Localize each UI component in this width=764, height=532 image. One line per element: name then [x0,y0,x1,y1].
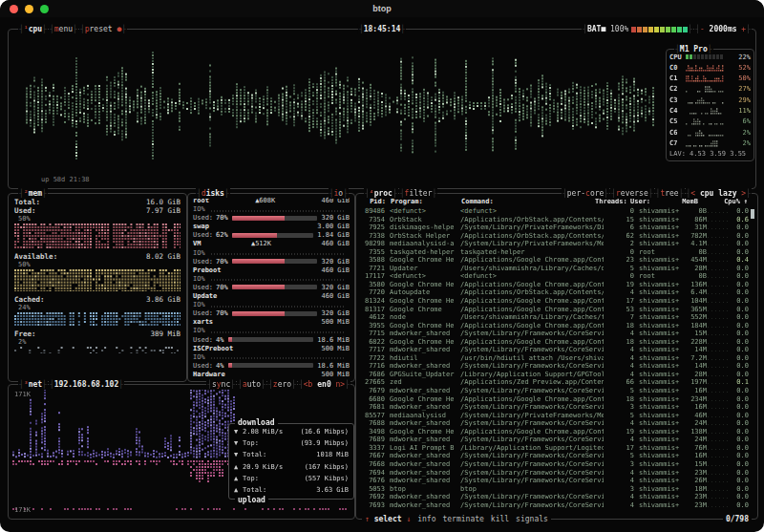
prev-interface-button[interactable]: <b [304,379,313,390]
process-row[interactable]: 7721Updater/Users/shivammishra/Library/C… [359,265,749,273]
tab-proc[interactable]: ⁴proc [364,188,398,199]
process-row[interactable]: 4612node/Users/shivammishra/Library/Cach… [359,313,749,322]
process-row[interactable]: 7354OrbStack/Applications/OrbStack.app/C… [359,216,749,224]
tab-disks[interactable]: disks [196,188,230,199]
process-mem: 138M [681,428,707,436]
process-row[interactable]: 7715mdworker_shared/System/Library/Frame… [359,330,749,338]
process-row[interactable]: 6680Google Chrome He/Applications/Google… [359,395,749,404]
tree-toggle[interactable]: tree [655,188,685,199]
net-sync-toggle[interactable]: sync [206,379,236,390]
process-row[interactable]: 7722hdiutil/usr/bin/hdiutil attach /User… [359,354,749,363]
process-row[interactable]: 6822Google Chrome He/Applications/Google… [359,338,749,347]
process-row[interactable]: 7720Autoupdate/Applications/OrbStack.app… [359,288,749,297]
tab-mem[interactable]: ²mem [18,188,48,199]
sort-next-button[interactable]: > [741,188,746,199]
tab-net[interactable]: ³net [18,379,48,390]
header-program[interactable]: Program: [386,198,457,205]
cpu-meter-block [686,54,689,59]
process-row[interactable]: 7668mdworker_shared/System/Library/Frame… [359,460,749,469]
signals-button[interactable]: signals [516,515,548,523]
process-user: shivammis+ [634,207,681,216]
process-row[interactable]: 3955Google Chrome He/Applications/Google… [359,322,749,330]
close-button[interactable] [10,5,18,13]
select-button[interactable]: select [374,515,402,523]
process-row[interactable]: 7688mdworker_shared/System/Library/Frame… [359,419,749,428]
sort-prev-button[interactable]: < [690,188,695,199]
net-interface-switcher[interactable]: <b en0 n> [298,379,350,390]
disk-row[interactable]: Update460 GiB [193,292,350,300]
menu-button[interactable]: menu [49,24,78,34]
process-row[interactable]: 7355taskgated-helpertaskgated-helper0roo… [359,248,749,257]
process-command: /Applications/Google Chrome.app/Cont [456,338,604,347]
disk-row[interactable]: VM▲512K460 GiB [193,240,350,247]
terminate-button[interactable]: terminate [442,515,483,523]
process-row[interactable]: 7692mdworker_shared/System/Library/Frame… [359,493,749,501]
per-core-toggle[interactable]: per-core [562,188,609,199]
cpu-usage-graph [26,49,656,161]
process-row[interactable]: 5053btopbtop3shivammis+18M·······0.0 [359,485,749,494]
net-auto-toggle[interactable]: auto [237,379,266,390]
reverse-toggle[interactable]: reverse [610,188,653,199]
process-threads: 4 [604,288,634,297]
process-threads: 3 [604,460,634,469]
process-row[interactable]: 7693mdworker_shared/System/Library/Frame… [359,501,749,510]
tab-cpu[interactable]: ¹cpu [18,24,48,34]
kill-button[interactable]: kill [491,515,509,523]
process-row[interactable]: 89486<defunct><defunct>0shivammis+0B····… [359,207,749,216]
process-row[interactable]: 3588Google Chrome He/Applications/Google… [359,256,749,265]
process-row[interactable]: 7689mdworker_shared/System/Library/Frame… [359,436,749,444]
disk-row[interactable]: ISCPreboot500 MiB [193,345,350,352]
process-mem: 15M [681,330,707,338]
preset-button[interactable]: preset ● [79,24,127,34]
header-pid[interactable]: Pid: [360,198,386,205]
select-down-icon[interactable]: ↓ [406,515,411,523]
process-row[interactable]: 7338OrbStack Helper/Applications/OrbStac… [359,232,749,241]
process-user: shivammis+ [634,306,681,314]
process-row[interactable]: 7717mdworker_shared/System/Library/Frame… [359,346,749,354]
process-row[interactable]: 81317Google Chrome/Applications/Google C… [359,306,749,314]
process-row[interactable]: 7925diskimages-helpe/System/Library/Priv… [359,223,749,232]
disk-name: Preboot [193,266,222,274]
disk-row[interactable]: swap3.00 GiB [193,223,350,230]
disk-used-row: Used:70%320 GiB [193,214,350,222]
process-row[interactable]: 7694mdworker_shared/System/Library/Frame… [359,469,749,478]
process-row[interactable]: 17117<defunct><defunct>0root0B·······0.0 [359,272,749,281]
process-scrollbar[interactable] [751,209,754,219]
process-row[interactable]: 3337Logi AI Prompt B/Library/Application… [359,444,749,453]
process-row[interactable]: 27665zed/Applications/Zed Preview.app/Co… [359,378,749,387]
process-row[interactable]: 7686GPGSuite_Updater/Library/Application… [359,371,749,379]
select-up-icon[interactable]: ↑ [365,515,370,523]
process-row[interactable]: 7667mdworker_shared/System/Library/Frame… [359,452,749,460]
header-cpu[interactable]: Cpu% [721,198,740,205]
process-row[interactable]: 3580Google Chrome He/Applications/Google… [359,281,749,289]
process-user: shivammis+ [634,281,681,289]
process-row[interactable]: 81324Google Chrome He/Applications/Googl… [359,297,749,306]
sort-selector[interactable]: < cpu lazy > [686,188,753,199]
maximize-button[interactable] [40,5,49,13]
interval-decrease-button[interactable]: - [700,24,705,34]
process-row[interactable]: 7679mdworker_shared/System/Library/Frame… [359,387,749,395]
next-interface-button[interactable]: n> [336,379,346,390]
process-command: /Applications/Zed Preview.app/Conten [456,378,604,387]
process-row[interactable]: 3498Google Chrome He/Applications/Google… [359,428,749,436]
minimize-button[interactable] [25,5,33,13]
header-command[interactable]: Command: [457,198,595,205]
process-mem: 24M [681,436,707,444]
info-button[interactable]: info [417,515,435,523]
process-row[interactable]: 98298mediaanalysisd-a/System/Library/Pri… [359,240,749,248]
interval-increase-button[interactable]: + [741,24,746,34]
net-zero-toggle[interactable]: zero [267,379,297,390]
process-row[interactable]: 85577mediaanalysisd/System/Library/Priva… [359,412,749,420]
filter-button[interactable]: filter [399,188,438,199]
disk-row[interactable]: xarts500 MiB [193,318,350,326]
tab-io[interactable]: io [329,188,349,199]
process-row[interactable]: 7716mdworker_shared/System/Library/Frame… [359,362,749,371]
net-stat-label: Top: [243,439,259,448]
header-threads[interactable]: Threads: [595,198,626,205]
disk-row[interactable]: Preboot460 GiB [193,266,350,274]
disk-row[interactable]: Hardware500 MiB [193,371,350,378]
header-user[interactable]: User: [626,198,672,205]
process-row[interactable]: 7681mdworker_shared/System/Library/Frame… [359,403,749,412]
process-row[interactable]: 7676mdworker_shared/System/Library/Frame… [359,477,749,485]
header-memb[interactable]: MemB [672,198,698,205]
